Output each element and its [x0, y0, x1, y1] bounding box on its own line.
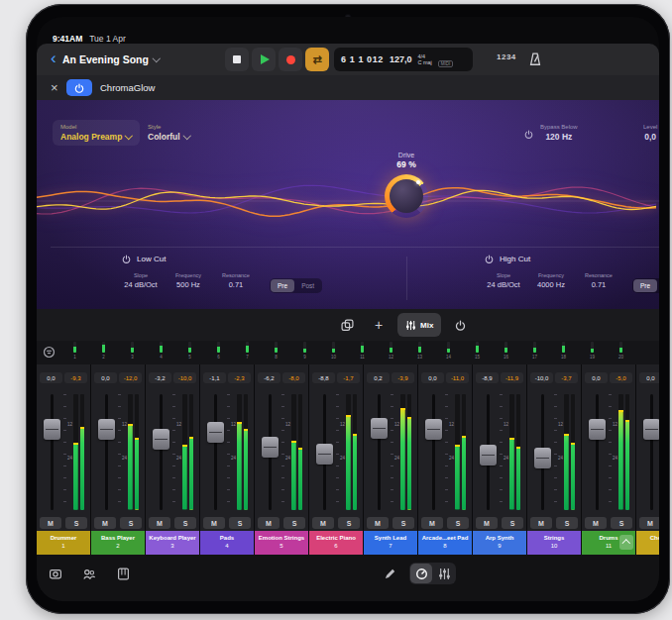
mute-button[interactable]: M	[94, 517, 116, 529]
track-label[interactable]: Keyboard Player 3	[146, 531, 199, 555]
mixer-channel-strip: -1,1 -2,3 12 24 M S Pads 4	[200, 364, 254, 555]
track-label[interactable]: Chorus V 12	[636, 531, 659, 555]
solo-button[interactable]: S	[392, 517, 414, 529]
high-cut-frequency-control[interactable]: Frequency 4000 Hz	[532, 272, 570, 289]
overview-filter-button[interactable]	[43, 346, 56, 359]
style-selector[interactable]: Style Colorful	[148, 124, 189, 142]
fader-handle[interactable]	[480, 445, 497, 465]
solo-button[interactable]: S	[120, 517, 142, 529]
add-plugin-button[interactable]: +	[366, 313, 392, 337]
track-label[interactable]: Synth Lead 7	[364, 531, 417, 555]
level-control[interactable]: Level 0,0	[643, 124, 657, 142]
channel-values: -6,2 -8,0	[255, 364, 308, 387]
mixer-power-button[interactable]	[447, 313, 473, 337]
back-button[interactable]: ‹	[47, 46, 60, 71]
mute-button[interactable]: M	[530, 517, 552, 529]
count-in-button[interactable]: 1234	[495, 51, 518, 63]
play-button[interactable]	[252, 48, 276, 71]
plugin-tiles-button[interactable]	[334, 313, 360, 337]
model-selector[interactable]: Model Analog Preamp	[53, 120, 140, 146]
fader-scale: 12 24	[172, 394, 182, 510]
mute-button[interactable]: M	[40, 517, 61, 529]
pre-button[interactable]: Pre	[633, 279, 657, 292]
plugins-view-button[interactable]	[410, 564, 432, 583]
bypass-control[interactable]: Bypass Below 120 Hz	[524, 124, 578, 143]
song-title-menu[interactable]: An Evening Song	[62, 44, 159, 75]
param-label: Slope	[485, 272, 522, 278]
low-cut-power-button[interactable]	[122, 255, 131, 263]
channel-fader-zone: 12 24	[309, 391, 363, 513]
cycle-button[interactable]: ⇄	[305, 48, 329, 71]
solo-button[interactable]: S	[556, 517, 578, 529]
track-label[interactable]: Drums 11	[582, 531, 635, 555]
track-label[interactable]: Pads 4	[200, 531, 254, 555]
fader-handle[interactable]	[262, 437, 279, 458]
channel-values: 0,2 -3,9	[364, 364, 417, 387]
solo-button[interactable]: S	[502, 517, 523, 529]
fader-handle[interactable]	[44, 419, 60, 440]
solo-button[interactable]: S	[283, 517, 305, 529]
camera-browser-button[interactable]	[45, 564, 66, 583]
lcd-display[interactable]: 6 1 1 012 127,0 4/4 C maj MIDI	[334, 48, 473, 71]
fader-handle[interactable]	[425, 419, 442, 440]
high-cut-resonance-control[interactable]: Resonance 0.71	[580, 272, 617, 289]
fader-handle[interactable]	[153, 429, 169, 450]
mute-button[interactable]: M	[421, 517, 443, 529]
low-cut-frequency-control[interactable]: Frequency 500 Hz	[169, 272, 207, 289]
low-cut-resonance-control[interactable]: Resonance 0.71	[217, 272, 255, 289]
fader-handle[interactable]	[98, 419, 115, 440]
metronome-button[interactable]	[524, 49, 546, 70]
expand-track-button[interactable]	[619, 535, 633, 550]
pre-button[interactable]: Pre	[271, 279, 294, 292]
mix-view-button[interactable]: Mix	[397, 313, 441, 337]
mute-button[interactable]: M	[639, 517, 659, 529]
solo-button[interactable]: S	[447, 517, 469, 529]
stop-button[interactable]	[225, 48, 249, 71]
collaborators-button[interactable]	[78, 564, 100, 583]
record-button[interactable]	[279, 48, 302, 71]
keyboard-button[interactable]	[112, 564, 134, 583]
track-label[interactable]: Bass Player 2	[91, 531, 145, 555]
solo-button[interactable]: S	[338, 517, 360, 529]
mute-button[interactable]: M	[258, 517, 280, 529]
scale-label: 12	[613, 422, 617, 427]
post-button[interactable]: Post	[657, 279, 659, 292]
high-cut-power-button[interactable]	[485, 255, 494, 263]
low-cut-slope-control[interactable]: Slope 24 dB/Oct	[122, 272, 160, 289]
mute-button[interactable]: M	[149, 517, 170, 529]
fader-handle[interactable]	[589, 419, 606, 440]
track-label[interactable]: Strings 10	[527, 531, 581, 555]
plugin-power-button[interactable]	[66, 79, 92, 96]
track-label[interactable]: Arp Synth 9	[473, 531, 526, 555]
low-cut-section: Low Cut Slope 24 dB/Oct Frequency 500 Hz…	[122, 255, 350, 289]
mute-button[interactable]: M	[585, 517, 607, 529]
fader-handle[interactable]	[207, 422, 224, 443]
edit-button[interactable]	[379, 564, 400, 583]
track-label[interactable]: Electric Piano 6	[309, 531, 363, 555]
bypass-power-icon[interactable]	[524, 125, 533, 143]
track-label[interactable]: Emotion Strings 5	[255, 531, 308, 555]
mute-button[interactable]: M	[203, 517, 225, 529]
solo-button[interactable]: S	[611, 517, 632, 529]
mute-button[interactable]: M	[312, 517, 334, 529]
close-plugin-button[interactable]: ×	[47, 77, 62, 98]
solo-button[interactable]: S	[174, 517, 196, 529]
fader-handle[interactable]	[643, 419, 659, 440]
fader-handle[interactable]	[371, 418, 388, 439]
meter-right	[462, 394, 467, 510]
track-label[interactable]: Drummer 1	[37, 531, 90, 555]
fader-handle[interactable]	[534, 448, 551, 468]
mute-button[interactable]: M	[476, 517, 498, 529]
solo-button[interactable]: S	[65, 517, 87, 529]
post-button[interactable]: Post	[294, 279, 321, 292]
track-number: 3	[146, 542, 199, 550]
high-cut-slope-control[interactable]: Slope 24 dB/Oct	[485, 272, 522, 289]
solo-button[interactable]: S	[229, 517, 251, 529]
play-icon	[261, 54, 270, 64]
mute-button[interactable]: M	[367, 517, 389, 529]
track-label[interactable]: Arcade...eet Pad 8	[418, 531, 472, 555]
fader-handle[interactable]	[316, 444, 333, 465]
scale-label: 24	[613, 456, 617, 461]
mixer-view-button[interactable]	[433, 564, 455, 583]
drive-knob[interactable]	[385, 174, 428, 218]
